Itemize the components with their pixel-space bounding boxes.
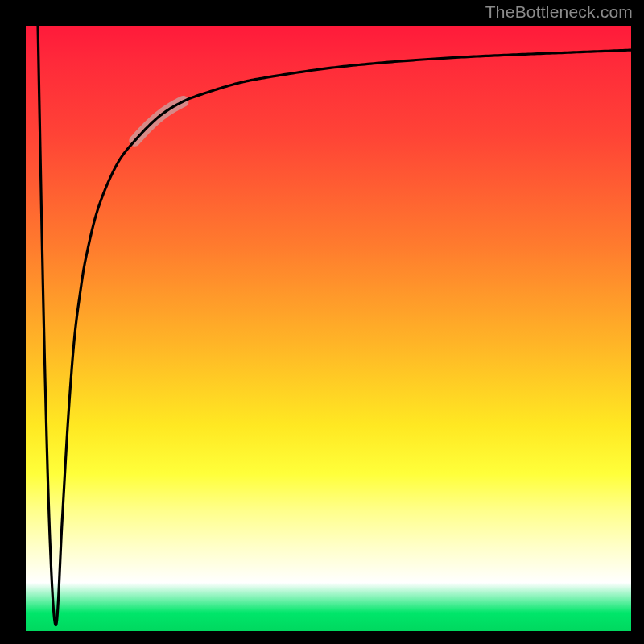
curve-highlight — [134, 101, 183, 141]
plot-area — [26, 26, 631, 631]
curve-line — [38, 26, 631, 625]
chart-frame: TheBottleneck.com — [0, 0, 644, 644]
watermark-text: TheBottleneck.com — [485, 2, 633, 22]
chart-svg — [26, 26, 631, 631]
